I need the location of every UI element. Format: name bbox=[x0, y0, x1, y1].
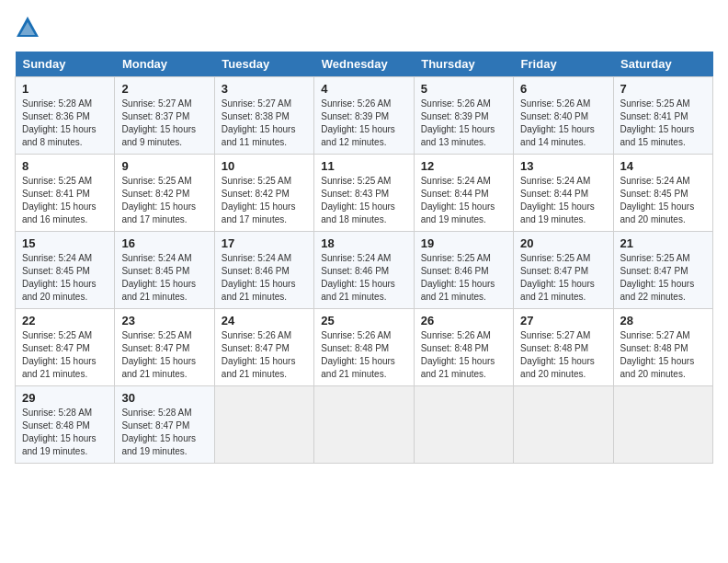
day-info: Sunrise: 5:28 AM Sunset: 8:36 PM Dayligh… bbox=[22, 98, 108, 149]
calendar-week-row: 29 Sunrise: 5:28 AM Sunset: 8:48 PM Dayl… bbox=[16, 386, 713, 464]
header-wednesday: Wednesday bbox=[314, 52, 414, 77]
calendar-cell: 24 Sunrise: 5:26 AM Sunset: 8:47 PM Dayl… bbox=[214, 309, 313, 386]
calendar-cell: 11 Sunrise: 5:25 AM Sunset: 8:43 PM Dayl… bbox=[314, 155, 414, 232]
day-number: 3 bbox=[222, 82, 307, 96]
day-info: Sunrise: 5:26 AM Sunset: 8:40 PM Dayligh… bbox=[520, 98, 606, 149]
calendar-cell bbox=[613, 386, 712, 464]
day-info: Sunrise: 5:27 AM Sunset: 8:48 PM Dayligh… bbox=[620, 329, 706, 381]
calendar-cell: 2 Sunrise: 5:27 AM Sunset: 8:37 PM Dayli… bbox=[115, 77, 214, 155]
day-number: 10 bbox=[222, 159, 307, 173]
calendar-cell: 27 Sunrise: 5:27 AM Sunset: 8:48 PM Dayl… bbox=[514, 309, 613, 386]
calendar-cell: 18 Sunrise: 5:24 AM Sunset: 8:46 PM Dayl… bbox=[314, 232, 414, 309]
calendar-cell: 9 Sunrise: 5:25 AM Sunset: 8:42 PM Dayli… bbox=[115, 155, 214, 232]
day-number: 18 bbox=[321, 236, 406, 250]
calendar-week-row: 15 Sunrise: 5:24 AM Sunset: 8:45 PM Dayl… bbox=[16, 232, 713, 309]
day-info: Sunrise: 5:24 AM Sunset: 8:46 PM Dayligh… bbox=[321, 252, 406, 304]
day-number: 5 bbox=[421, 82, 506, 96]
calendar-cell: 19 Sunrise: 5:25 AM Sunset: 8:46 PM Dayl… bbox=[414, 232, 513, 309]
day-number: 19 bbox=[421, 236, 506, 250]
calendar-cell: 16 Sunrise: 5:24 AM Sunset: 8:45 PM Dayl… bbox=[115, 232, 214, 309]
day-info: Sunrise: 5:25 AM Sunset: 8:47 PM Dayligh… bbox=[22, 329, 108, 381]
logo bbox=[15, 15, 44, 40]
day-info: Sunrise: 5:28 AM Sunset: 8:47 PM Dayligh… bbox=[121, 407, 207, 458]
day-number: 7 bbox=[620, 82, 706, 96]
day-info: Sunrise: 5:26 AM Sunset: 8:48 PM Dayligh… bbox=[421, 329, 506, 381]
day-info: Sunrise: 5:25 AM Sunset: 8:47 PM Dayligh… bbox=[520, 252, 606, 304]
header-saturday: Saturday bbox=[613, 52, 712, 77]
calendar-cell bbox=[214, 386, 313, 464]
calendar-week-row: 22 Sunrise: 5:25 AM Sunset: 8:47 PM Dayl… bbox=[16, 309, 713, 386]
day-info: Sunrise: 5:26 AM Sunset: 8:47 PM Dayligh… bbox=[222, 329, 307, 381]
calendar-cell bbox=[414, 386, 513, 464]
day-info: Sunrise: 5:24 AM Sunset: 8:44 PM Dayligh… bbox=[520, 175, 606, 226]
calendar-cell: 10 Sunrise: 5:25 AM Sunset: 8:42 PM Dayl… bbox=[214, 155, 313, 232]
calendar-cell: 30 Sunrise: 5:28 AM Sunset: 8:47 PM Dayl… bbox=[115, 386, 214, 464]
calendar-cell: 26 Sunrise: 5:26 AM Sunset: 8:48 PM Dayl… bbox=[414, 309, 513, 386]
day-info: Sunrise: 5:24 AM Sunset: 8:44 PM Dayligh… bbox=[421, 175, 506, 226]
calendar-cell: 14 Sunrise: 5:24 AM Sunset: 8:45 PM Dayl… bbox=[613, 155, 712, 232]
day-number: 20 bbox=[520, 236, 606, 250]
calendar-cell: 15 Sunrise: 5:24 AM Sunset: 8:45 PM Dayl… bbox=[16, 232, 115, 309]
calendar-cell: 7 Sunrise: 5:25 AM Sunset: 8:41 PM Dayli… bbox=[613, 77, 712, 155]
day-info: Sunrise: 5:27 AM Sunset: 8:48 PM Dayligh… bbox=[520, 329, 606, 381]
header bbox=[15, 15, 713, 40]
logo-icon bbox=[15, 15, 40, 40]
day-number: 23 bbox=[121, 314, 207, 327]
calendar-cell: 29 Sunrise: 5:28 AM Sunset: 8:48 PM Dayl… bbox=[16, 386, 115, 464]
calendar-cell: 6 Sunrise: 5:26 AM Sunset: 8:40 PM Dayli… bbox=[514, 77, 613, 155]
calendar-cell: 3 Sunrise: 5:27 AM Sunset: 8:38 PM Dayli… bbox=[214, 77, 313, 155]
header-sunday: Sunday bbox=[16, 52, 115, 77]
day-number: 14 bbox=[620, 159, 706, 173]
calendar-cell: 22 Sunrise: 5:25 AM Sunset: 8:47 PM Dayl… bbox=[16, 309, 115, 386]
day-info: Sunrise: 5:25 AM Sunset: 8:43 PM Dayligh… bbox=[321, 175, 406, 226]
calendar-cell: 1 Sunrise: 5:28 AM Sunset: 8:36 PM Dayli… bbox=[16, 77, 115, 155]
calendar-cell: 8 Sunrise: 5:25 AM Sunset: 8:41 PM Dayli… bbox=[16, 155, 115, 232]
header-monday: Monday bbox=[115, 52, 214, 77]
day-info: Sunrise: 5:25 AM Sunset: 8:47 PM Dayligh… bbox=[121, 329, 207, 381]
day-info: Sunrise: 5:28 AM Sunset: 8:48 PM Dayligh… bbox=[22, 407, 108, 458]
day-number: 27 bbox=[520, 314, 606, 327]
calendar-cell: 17 Sunrise: 5:24 AM Sunset: 8:46 PM Dayl… bbox=[214, 232, 313, 309]
day-info: Sunrise: 5:25 AM Sunset: 8:41 PM Dayligh… bbox=[22, 175, 108, 226]
day-number: 21 bbox=[620, 236, 706, 250]
day-number: 9 bbox=[121, 159, 207, 173]
day-number: 2 bbox=[121, 82, 207, 96]
day-number: 4 bbox=[321, 82, 406, 96]
day-number: 16 bbox=[121, 236, 207, 250]
calendar-cell: 20 Sunrise: 5:25 AM Sunset: 8:47 PM Dayl… bbox=[514, 232, 613, 309]
day-number: 12 bbox=[421, 159, 506, 173]
calendar-table: SundayMondayTuesdayWednesdayThursdayFrid… bbox=[15, 52, 713, 464]
day-info: Sunrise: 5:25 AM Sunset: 8:42 PM Dayligh… bbox=[222, 175, 307, 226]
day-info: Sunrise: 5:24 AM Sunset: 8:45 PM Dayligh… bbox=[121, 252, 207, 304]
calendar-cell: 21 Sunrise: 5:25 AM Sunset: 8:47 PM Dayl… bbox=[613, 232, 712, 309]
calendar-week-row: 8 Sunrise: 5:25 AM Sunset: 8:41 PM Dayli… bbox=[16, 155, 713, 232]
day-number: 13 bbox=[520, 159, 606, 173]
day-info: Sunrise: 5:26 AM Sunset: 8:39 PM Dayligh… bbox=[321, 98, 406, 149]
day-info: Sunrise: 5:26 AM Sunset: 8:48 PM Dayligh… bbox=[321, 329, 406, 381]
calendar-cell: 4 Sunrise: 5:26 AM Sunset: 8:39 PM Dayli… bbox=[314, 77, 414, 155]
day-number: 26 bbox=[421, 314, 506, 327]
day-info: Sunrise: 5:25 AM Sunset: 8:41 PM Dayligh… bbox=[620, 98, 706, 149]
calendar-cell: 25 Sunrise: 5:26 AM Sunset: 8:48 PM Dayl… bbox=[314, 309, 414, 386]
day-info: Sunrise: 5:25 AM Sunset: 8:42 PM Dayligh… bbox=[121, 175, 207, 226]
calendar-cell: 13 Sunrise: 5:24 AM Sunset: 8:44 PM Dayl… bbox=[514, 155, 613, 232]
calendar-cell: 23 Sunrise: 5:25 AM Sunset: 8:47 PM Dayl… bbox=[115, 309, 214, 386]
day-number: 15 bbox=[22, 236, 108, 250]
calendar-cell bbox=[314, 386, 414, 464]
day-number: 1 bbox=[22, 82, 108, 96]
day-number: 8 bbox=[22, 159, 108, 173]
day-number: 6 bbox=[520, 82, 606, 96]
day-number: 24 bbox=[222, 314, 307, 327]
day-info: Sunrise: 5:24 AM Sunset: 8:45 PM Dayligh… bbox=[22, 252, 108, 304]
day-info: Sunrise: 5:27 AM Sunset: 8:37 PM Dayligh… bbox=[121, 98, 207, 149]
header-friday: Friday bbox=[514, 52, 613, 77]
calendar-cell: 5 Sunrise: 5:26 AM Sunset: 8:39 PM Dayli… bbox=[414, 77, 513, 155]
day-info: Sunrise: 5:26 AM Sunset: 8:39 PM Dayligh… bbox=[421, 98, 506, 149]
day-number: 22 bbox=[22, 314, 108, 327]
day-info: Sunrise: 5:27 AM Sunset: 8:38 PM Dayligh… bbox=[222, 98, 307, 149]
calendar-cell: 12 Sunrise: 5:24 AM Sunset: 8:44 PM Dayl… bbox=[414, 155, 513, 232]
day-number: 17 bbox=[222, 236, 307, 250]
day-number: 28 bbox=[620, 314, 706, 327]
day-info: Sunrise: 5:25 AM Sunset: 8:46 PM Dayligh… bbox=[421, 252, 506, 304]
day-number: 30 bbox=[121, 391, 207, 405]
